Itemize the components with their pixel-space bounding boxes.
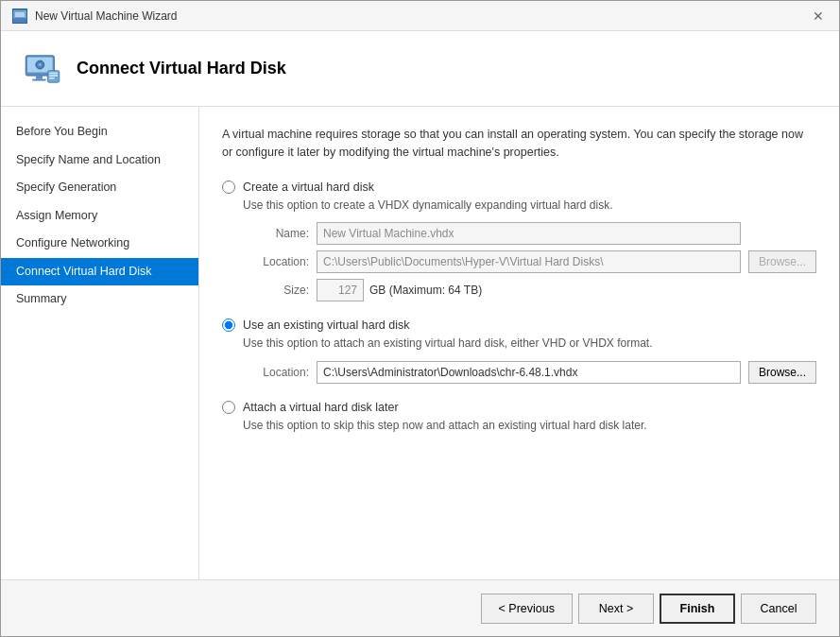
svg-rect-10 (49, 72, 58, 74)
option-create-group: Create a virtual hard disk Use this opti… (222, 181, 816, 302)
name-input (317, 222, 741, 245)
sidebar-item-before-you-begin[interactable]: Before You Begin (1, 118, 198, 146)
option-create-desc: Use this option to create a VHDX dynamic… (243, 198, 816, 214)
location-label-create: Location: (243, 255, 309, 268)
finish-button[interactable]: Finish (660, 594, 735, 624)
svg-rect-5 (36, 76, 43, 79)
option-later-group: Attach a virtual hard disk later Use thi… (222, 401, 816, 434)
svg-point-8 (39, 62, 43, 66)
wizard-footer: < Previous Next > Finish Cancel (1, 579, 839, 636)
sidebar-item-generation[interactable]: Specify Generation (1, 174, 198, 202)
close-button[interactable]: ✕ (809, 7, 828, 26)
create-fields: Name: Location: Browse... Size: GB (Maxi… (243, 222, 816, 301)
sidebar-item-summary[interactable]: Summary (1, 285, 198, 314)
option-create-text: Create a virtual hard disk (243, 181, 374, 194)
main-content: A virtual machine requires storage so th… (199, 107, 839, 579)
sidebar: Before You Begin Specify Name and Locati… (1, 107, 199, 579)
option-existing-text: Use an existing virtual hard disk (243, 318, 409, 332)
page-title: Connect Virtual Hard Disk (77, 59, 286, 78)
cancel-button[interactable]: Cancel (741, 594, 816, 624)
wizard-header: Connect Virtual Hard Disk (1, 31, 839, 107)
existing-fields: Location: Browse... (243, 361, 816, 384)
svg-rect-1 (15, 12, 25, 17)
next-button[interactable]: Next > (578, 594, 654, 624)
location-input-create (317, 250, 741, 273)
option-later-desc: Use this option to skip this step now an… (243, 418, 816, 434)
sidebar-item-networking[interactable]: Configure Networking (1, 230, 198, 258)
previous-button[interactable]: < Previous (481, 594, 573, 624)
option-later-radio[interactable] (222, 401, 235, 414)
content-area: Before You Begin Specify Name and Locati… (1, 107, 839, 579)
svg-rect-2 (14, 18, 26, 21)
sidebar-item-memory[interactable]: Assign Memory (1, 202, 198, 231)
svg-rect-6 (32, 78, 45, 80)
wizard-window: New Virtual Machine Wizard ✕ (0, 0, 840, 637)
option-create-radio[interactable] (222, 181, 235, 194)
size-label: Size: (243, 284, 309, 297)
svg-rect-11 (49, 75, 58, 77)
browse-button-existing[interactable]: Browse... (748, 361, 816, 384)
sidebar-item-name-location[interactable]: Specify Name and Location (1, 146, 198, 175)
option-existing-radio[interactable] (222, 318, 235, 332)
header-disk-icon (24, 54, 61, 84)
title-bar: New Virtual Machine Wizard ✕ (1, 1, 839, 31)
location-input-existing[interactable] (317, 361, 741, 384)
browse-button-create: Browse... (748, 250, 816, 273)
location-label-existing: Location: (243, 366, 309, 379)
name-label: Name: (243, 227, 309, 240)
option-create-label[interactable]: Create a virtual hard disk (222, 181, 816, 194)
option-existing-group: Use an existing virtual hard disk Use th… (222, 318, 816, 384)
size-unit: GB (Maximum: 64 TB) (369, 284, 482, 297)
page-description: A virtual machine requires storage so th… (222, 126, 816, 162)
sidebar-item-virtual-hard-disk[interactable]: Connect Virtual Hard Disk (1, 258, 198, 286)
window-title: New Virtual Machine Wizard (35, 9, 178, 23)
svg-rect-12 (49, 77, 54, 78)
option-later-label[interactable]: Attach a virtual hard disk later (222, 401, 816, 414)
size-input (317, 279, 364, 301)
window-icon (12, 9, 27, 24)
option-existing-label[interactable]: Use an existing virtual hard disk (222, 318, 816, 332)
option-later-text: Attach a virtual hard disk later (243, 401, 399, 414)
option-existing-desc: Use this option to attach an existing vi… (243, 336, 816, 352)
